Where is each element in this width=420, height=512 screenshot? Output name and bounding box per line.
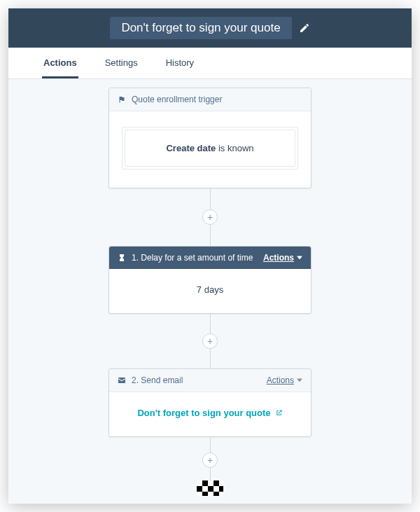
trigger-condition[interactable]: Create date is known [125,130,295,167]
connector-line [210,188,211,209]
caret-down-icon [297,255,302,261]
tab-history-label: History [166,57,194,68]
trigger-condition-property: Create date [166,143,216,153]
external-link-icon [275,409,283,417]
add-step-button-3[interactable]: + [202,452,218,468]
envelope-icon [118,376,126,385]
email-card[interactable]: 2. Send email Actions Don't forget to si… [108,368,312,437]
delay-card-header: 1. Delay for a set amount of time Action… [109,247,311,269]
caret-down-icon [297,378,302,383]
tab-actions-label: Actions [43,57,77,68]
email-card-body: Don't forget to sign your quote [109,392,311,436]
tab-history[interactable]: History [164,48,195,78]
connector-3: + [202,437,218,480]
connector-line [210,349,211,368]
flag-icon [118,95,126,104]
add-step-button-2[interactable]: + [202,333,218,349]
tab-settings-label: Settings [105,57,138,68]
connector-line [210,468,211,480]
delay-card[interactable]: 1. Delay for a set amount of time Action… [108,246,312,314]
connector-line [210,225,211,246]
tab-settings[interactable]: Settings [104,48,139,78]
connector-line [210,314,211,333]
edit-title-icon[interactable] [299,22,310,34]
tabs-bar: Actions Settings History [8,48,412,79]
email-actions-menu[interactable]: Actions [267,375,302,385]
trigger-condition-container: Create date is known [122,127,298,169]
delay-actions-menu[interactable]: Actions [263,253,302,263]
hourglass-icon [118,254,126,262]
trigger-header-text: Quote enrollment trigger [132,95,222,104]
email-template-link[interactable]: Don't forget to sign your quote [137,408,282,418]
top-bar: Don't forget to sign your quote [8,8,412,48]
email-actions-label: Actions [267,375,294,385]
add-step-button-1[interactable]: + [202,209,218,225]
workflow-canvas[interactable]: Quote enrollment trigger Create date is … [8,79,412,504]
delay-actions-label: Actions [263,253,294,263]
email-template-name: Don't forget to sign your quote [137,408,270,418]
email-card-header: 2. Send email Actions [109,369,311,392]
workflow-title-text: Don't forget to sign your quote [121,21,280,35]
email-header-text: 2. Send email [132,375,183,385]
trigger-condition-state: is known [218,143,254,153]
trigger-card-header: Quote enrollment trigger [109,88,311,111]
connector-line [210,437,211,452]
trigger-card-body: Create date is known [109,111,311,188]
trigger-card[interactable]: Quote enrollment trigger Create date is … [108,88,312,188]
delay-duration: 7 days [197,284,223,295]
tab-actions[interactable]: Actions [42,48,78,78]
delay-header-text: 1. Delay for a set amount of time [132,253,253,263]
delay-card-body: 7 days [109,269,311,313]
connector-2: + [202,314,218,368]
workflow-end-marker [197,480,223,496]
connector-1: + [202,188,218,246]
workflow-title[interactable]: Don't forget to sign your quote [110,17,291,39]
